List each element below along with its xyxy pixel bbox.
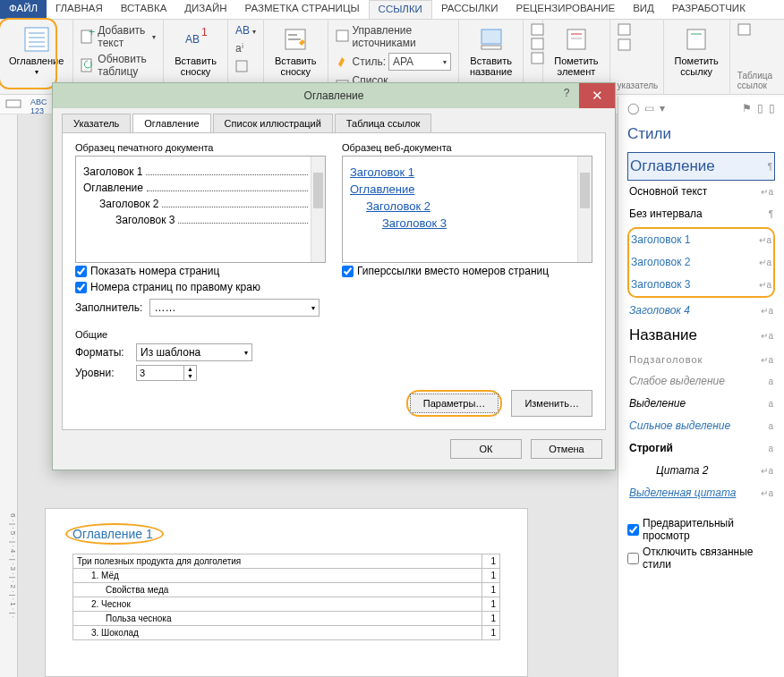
ruler-icon[interactable] [5, 97, 21, 112]
help-button[interactable]: ? [558, 87, 575, 105]
insert-caption-button[interactable]: Вставить название [466, 23, 516, 79]
style-item[interactable]: Цитата 2↵а [627, 460, 775, 482]
style-item[interactable]: Слабое выделениеa [627, 370, 775, 393]
ribbon-tab-вид[interactable]: ВИД [624, 0, 663, 19]
svg-rect-28 [618, 39, 630, 50]
close-button[interactable]: ✕ [579, 83, 615, 108]
ribbon-tab-разработчик[interactable]: РАЗРАБОТЧИК [663, 0, 754, 19]
manage-sources-button[interactable]: Управление источниками [336, 23, 451, 50]
preview-link[interactable]: Заголовок 3 [350, 216, 584, 230]
dropdown-icon[interactable]: ▾ [660, 102, 665, 114]
hyperlinks-checkbox[interactable]: Гиперссылки вместо номеров страниц [342, 263, 592, 279]
ribbon-tabs: ФАЙЛГЛАВНАЯВСТАВКАДИЗАЙНРАЗМЕТКА СТРАНИЦ… [0, 0, 784, 20]
scrollbar[interactable] [577, 157, 592, 262]
doc2-icon[interactable]: ▯ [769, 102, 775, 114]
style-item[interactable]: Выделенная цитата↵а [627, 482, 775, 504]
table-row: 3. Шоколад1 [73, 626, 500, 640]
right-align-checkbox[interactable]: Номера страниц по правому краю [75, 279, 326, 295]
fill-select[interactable]: ……▾ [149, 299, 320, 317]
ribbon-tab-рассылки[interactable]: РАССЫЛКИ [432, 0, 507, 19]
svg-rect-19 [481, 30, 501, 44]
scrollbar[interactable] [311, 157, 325, 262]
svg-text:AB: AB [185, 33, 200, 46]
style-item[interactable]: Сильное выделениеa [627, 415, 775, 437]
style-item[interactable]: Без интервала¶ [627, 203, 775, 225]
next-fn-button[interactable]: aⁱ [235, 41, 250, 57]
style-item[interactable]: Заголовок 1↵а [629, 229, 773, 251]
preview-link[interactable]: Заголовок 1 [350, 165, 584, 179]
fill-label: Заполнитель: [75, 301, 142, 314]
flag-icon[interactable]: ⚑ [742, 102, 752, 114]
refresh-icon [81, 58, 95, 72]
toc-label: Оглавление [9, 55, 64, 66]
vertical-ruler: 6 · | · 5 · | · 4 · | · 3 · | · 2 · | · … [0, 114, 18, 677]
disable-linked-checkbox[interactable]: Отключить связанные стили [627, 544, 775, 572]
citation-icon [281, 25, 310, 54]
print-preview-label: Образец печатного документа [75, 142, 326, 153]
table-row: 2. Чеснок1 [73, 597, 500, 612]
index-opt2[interactable] [618, 38, 632, 51]
ribbon-tab-главная[interactable]: ГЛАВНАЯ [47, 0, 112, 19]
style-item[interactable]: Заголовок 3↵а [629, 274, 773, 296]
add-text-button[interactable]: +Добавить текст▾ [81, 23, 156, 50]
mark-entry-button[interactable]: Пометить элемент [550, 23, 601, 79]
ribbon-tab-вставка[interactable]: ВСТАВКА [112, 0, 176, 19]
doc-toc-table: Три полезных продукта для долголетия11. … [72, 554, 500, 640]
caption-icon [477, 25, 506, 54]
table-row: Свойства меда1 [73, 583, 500, 597]
dialog-tab[interactable]: Указатель [62, 114, 131, 132]
ribbon-tab-файл[interactable]: ФАЙЛ [0, 0, 47, 19]
footnote-icon: AB1 [182, 25, 210, 54]
svg-rect-24 [567, 30, 585, 49]
dialog-title-text: Оглавление [304, 89, 364, 102]
ribbon-tab-рецензирование[interactable]: РЕЦЕНЗИРОВАНИЕ [507, 0, 625, 19]
mark-entry-icon [562, 25, 591, 54]
preview-link[interactable]: Оглавление [350, 182, 584, 196]
ribbon-tab-дизайн[interactable]: ДИЗАЙН [175, 0, 235, 19]
mark-citation-button[interactable]: Пометить ссылку [671, 23, 722, 79]
style-item[interactable]: Заголовок 2↵а [629, 251, 773, 274]
ok-button[interactable]: ОК [450, 439, 522, 459]
add-text-icon: + [81, 30, 95, 44]
table-row: Три полезных продукта для долголетия1 [73, 554, 500, 569]
style-item[interactable]: Подзаголовок↵а [627, 350, 775, 370]
window-icon[interactable]: ▭ [644, 102, 654, 114]
doc-icon[interactable]: ▯ [757, 102, 763, 114]
show-fn-button[interactable] [235, 59, 250, 75]
cancel-button[interactable]: Отмена [531, 439, 602, 459]
insert-footnote-button[interactable]: AB1 Вставить сноску [171, 23, 220, 79]
show-pages-checkbox[interactable]: Показать номера страниц [75, 263, 326, 279]
ribbon-tab-ссылки[interactable]: ССЫЛКИ [369, 0, 432, 19]
style-item[interactable]: Название↵а [627, 322, 775, 350]
toc-button[interactable]: Оглавление ▾ [5, 23, 67, 78]
web-preview-label: Образец веб-документа [342, 142, 592, 153]
dialog-tab[interactable]: Таблица ссылок [335, 114, 432, 132]
svg-rect-20 [481, 46, 501, 49]
modify-button[interactable]: Изменить… [511, 390, 592, 417]
ab-icon-row[interactable]: AB▾ [235, 23, 256, 39]
preview-checkbox[interactable]: Предварительный просмотр [627, 515, 775, 544]
formats-select[interactable]: Из шаблона▾ [136, 343, 252, 361]
abc-icon[interactable]: ABC123 [30, 97, 47, 112]
ribbon-tab-разметка страницы[interactable]: РАЗМЕТКА СТРАНИЦЫ [236, 0, 369, 19]
style-item[interactable]: Выделениеa [627, 393, 775, 415]
style-select[interactable]: APA▾ [388, 53, 451, 71]
circle-icon[interactable]: ◯ [627, 102, 639, 114]
style-item[interactable]: Заголовок 4↵а [627, 300, 775, 322]
levels-spinner[interactable]: ▲▼ [136, 365, 197, 381]
style-item[interactable]: Основной текст↵а [627, 181, 775, 203]
style-item[interactable]: Оглавление¶ [627, 152, 775, 181]
dialog-tab[interactable]: Оглавление [132, 114, 210, 132]
document-page: Оглавление 1 Три полезных продукта для д… [45, 508, 528, 677]
parameters-button[interactable]: Параметры… [410, 394, 499, 413]
insert-citation-button[interactable]: Вставить сноску [271, 23, 320, 79]
dialog-tab[interactable]: Список иллюстраций [213, 114, 333, 132]
style-item[interactable]: Строгийa [627, 437, 775, 460]
citation-style-row[interactable]: Стиль:APA▾ [336, 52, 451, 72]
toa-opt[interactable] [737, 23, 752, 36]
preview-link[interactable]: Заголовок 2 [350, 199, 584, 213]
update-table-button[interactable]: Обновить таблицу [81, 52, 156, 79]
chevron-down-icon: ▾ [35, 68, 38, 76]
index-opt[interactable] [618, 23, 632, 36]
preview-line: Оглавление1 [83, 182, 318, 194]
